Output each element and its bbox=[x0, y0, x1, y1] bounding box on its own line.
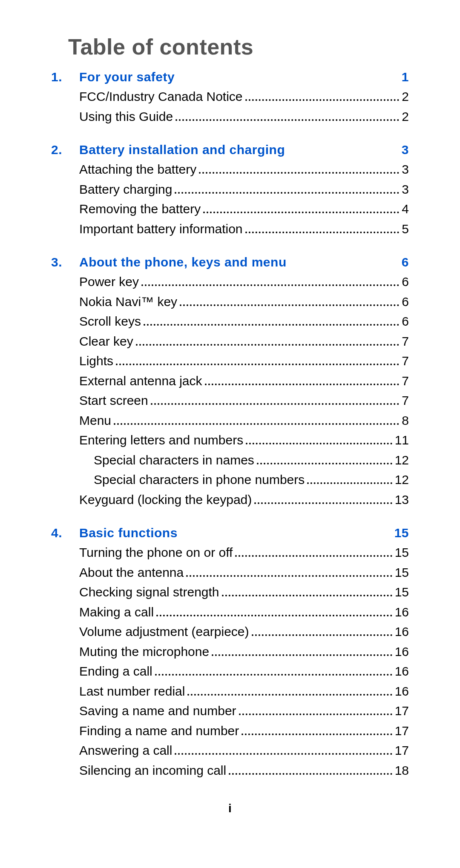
entry-page: 3 bbox=[402, 160, 409, 180]
toc-entry[interactable]: Lights7 bbox=[51, 351, 409, 371]
toc-entry[interactable]: Menu8 bbox=[51, 411, 409, 431]
leader-dots bbox=[242, 733, 392, 735]
toc-entry[interactable]: Power key6 bbox=[51, 272, 409, 292]
section-heading[interactable]: 3.About the phone, keys and menu6 bbox=[51, 255, 409, 269]
leader-dots bbox=[199, 172, 399, 174]
toc-entry[interactable]: Attaching the battery3 bbox=[51, 160, 409, 180]
entry-label: Volume adjustment (earpiece) bbox=[79, 622, 249, 642]
entry-page: 15 bbox=[395, 582, 409, 602]
leader-dots bbox=[114, 423, 399, 425]
toc-entry[interactable]: Muting the microphone16 bbox=[51, 642, 409, 662]
toc-entry[interactable]: Using this Guide2 bbox=[51, 107, 409, 127]
toc-sections: 1.For your safety1FCC/Industry Canada No… bbox=[51, 70, 409, 780]
toc-entry[interactable]: Answering a call17 bbox=[51, 741, 409, 761]
toc-entry[interactable]: FCC/Industry Canada Notice2 bbox=[51, 87, 409, 107]
leader-dots bbox=[246, 443, 392, 444]
toc-entry[interactable]: Keyguard (locking the keypad)13 bbox=[51, 490, 409, 510]
toc-entry[interactable]: Important battery information5 bbox=[51, 219, 409, 239]
section-heading[interactable]: 2.Battery installation and charging3 bbox=[51, 143, 409, 157]
entry-label: Checking signal strength bbox=[79, 582, 219, 602]
page-number: i bbox=[51, 802, 409, 815]
entry-page: 16 bbox=[395, 622, 409, 642]
leader-dots bbox=[254, 502, 392, 504]
entry-page: 13 bbox=[395, 490, 409, 510]
toc-entry[interactable]: Volume adjustment (earpiece)16 bbox=[51, 622, 409, 642]
section-number: 4. bbox=[51, 526, 79, 540]
toc-section: 1.For your safety1FCC/Industry Canada No… bbox=[51, 70, 409, 126]
leader-dots bbox=[175, 119, 399, 121]
toc-entry[interactable]: About the antenna15 bbox=[51, 563, 409, 583]
entry-page: 16 bbox=[395, 662, 409, 682]
entry-page: 17 bbox=[395, 721, 409, 741]
entry-label: About the antenna bbox=[79, 563, 184, 583]
entry-label: Special characters in phone numbers bbox=[94, 470, 305, 490]
entry-page: 18 bbox=[395, 761, 409, 781]
entry-label: Lights bbox=[79, 351, 113, 371]
toc-entry[interactable]: Silencing an incoming call18 bbox=[51, 761, 409, 781]
toc-entry[interactable]: Start screen7 bbox=[51, 391, 409, 411]
toc-entry[interactable]: Ending a call16 bbox=[51, 662, 409, 682]
toc-entry[interactable]: Finding a name and number17 bbox=[51, 721, 409, 741]
toc-section: 4.Basic functions15Turning the phone on … bbox=[51, 526, 409, 780]
entry-page: 5 bbox=[402, 219, 409, 239]
toc-entry[interactable]: Removing the battery4 bbox=[51, 199, 409, 219]
page-title: Table of contents bbox=[68, 34, 409, 60]
section-heading[interactable]: 1.For your safety1 bbox=[51, 70, 409, 84]
entry-label: Special characters in names bbox=[94, 450, 254, 470]
leader-dots bbox=[136, 344, 400, 346]
toc-entry[interactable]: Clear key7 bbox=[51, 332, 409, 352]
toc-entry[interactable]: Entering letters and numbers11 bbox=[51, 430, 409, 450]
entry-page: 16 bbox=[395, 642, 409, 662]
entry-label: Entering letters and numbers bbox=[79, 430, 243, 450]
section-page: 6 bbox=[397, 255, 409, 269]
entry-label: FCC/Industry Canada Notice bbox=[79, 87, 243, 107]
leader-dots bbox=[186, 575, 392, 577]
entry-label: Keyguard (locking the keypad) bbox=[79, 490, 252, 510]
section-label: About the phone, keys and menu bbox=[79, 255, 287, 269]
leader-dots bbox=[307, 482, 392, 484]
entry-label: Removing the battery bbox=[79, 199, 201, 219]
leader-dots bbox=[156, 615, 392, 616]
entry-label: Answering a call bbox=[79, 741, 172, 761]
toc-entry[interactable]: Checking signal strength15 bbox=[51, 582, 409, 602]
toc-entry[interactable]: Battery charging3 bbox=[51, 180, 409, 200]
toc-entry[interactable]: Scroll keys6 bbox=[51, 312, 409, 332]
toc-entry[interactable]: Turning the phone on or off15 bbox=[51, 543, 409, 563]
leader-dots bbox=[239, 713, 392, 715]
leader-dots bbox=[235, 555, 392, 557]
toc-entry[interactable]: Special characters in names12 bbox=[51, 450, 409, 470]
section-page: 1 bbox=[397, 70, 409, 84]
section-number: 3. bbox=[51, 255, 79, 269]
entry-page: 7 bbox=[402, 351, 409, 371]
section-page: 15 bbox=[389, 526, 409, 540]
leader-dots bbox=[245, 232, 400, 233]
entry-page: 3 bbox=[402, 180, 409, 200]
toc-section: 3.About the phone, keys and menu6Power k… bbox=[51, 255, 409, 510]
toc-entry[interactable]: External antenna jack7 bbox=[51, 371, 409, 391]
entry-label: Turning the phone on or off bbox=[79, 543, 233, 563]
entry-page: 12 bbox=[395, 450, 409, 470]
entry-page: 17 bbox=[395, 701, 409, 721]
entry-page: 2 bbox=[402, 87, 409, 107]
entry-page: 7 bbox=[402, 371, 409, 391]
entry-label: Clear key bbox=[79, 332, 133, 352]
leader-dots bbox=[151, 403, 400, 405]
toc-entry[interactable]: Last number redial16 bbox=[51, 682, 409, 702]
entry-page: 11 bbox=[395, 430, 409, 450]
leader-dots bbox=[229, 773, 392, 775]
leader-dots bbox=[222, 595, 392, 596]
entry-label: Muting the microphone bbox=[79, 642, 209, 662]
section-label: Battery installation and charging bbox=[79, 143, 285, 157]
entry-page: 8 bbox=[402, 411, 409, 431]
leader-dots bbox=[245, 99, 400, 101]
entry-page: 16 bbox=[395, 602, 409, 622]
entry-page: 15 bbox=[395, 563, 409, 583]
entry-page: 4 bbox=[402, 199, 409, 219]
toc-entry[interactable]: Nokia Navi™ key6 bbox=[51, 292, 409, 312]
leader-dots bbox=[203, 212, 399, 213]
toc-entry[interactable]: Special characters in phone numbers12 bbox=[51, 470, 409, 490]
toc-entry[interactable]: Saving a name and number17 bbox=[51, 701, 409, 721]
section-heading[interactable]: 4.Basic functions15 bbox=[51, 526, 409, 540]
entry-label: Silencing an incoming call bbox=[79, 761, 226, 781]
toc-entry[interactable]: Making a call16 bbox=[51, 602, 409, 622]
